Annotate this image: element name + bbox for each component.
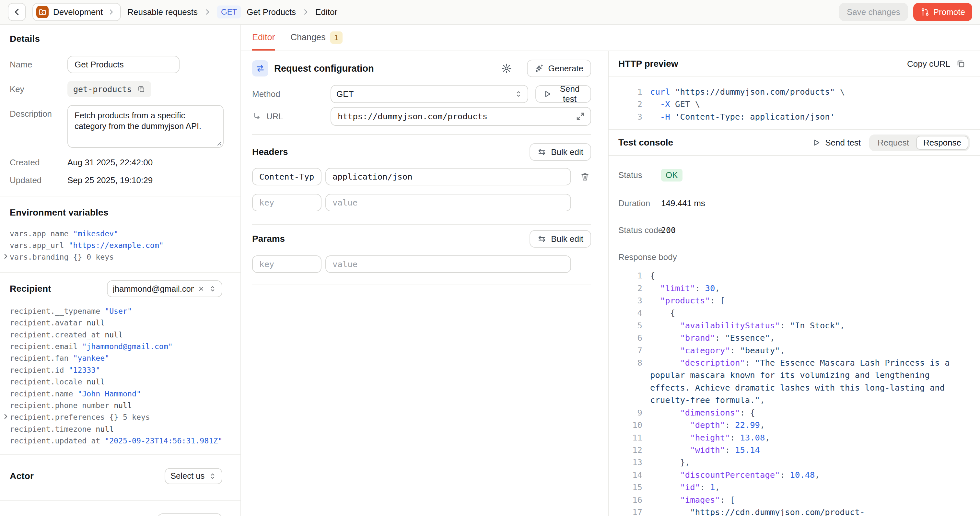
toggle-request[interactable]: Request [870,136,916,150]
property-key: vars.app_name [10,229,68,238]
code-line: 10 "depth": 22.99, [618,419,966,431]
property-value: "mikesdev" [73,229,118,238]
line-number: 5 [618,319,642,331]
generate-button[interactable]: Generate [527,60,591,77]
bulk-edit-label: Bulk edit [551,234,583,244]
environment-switcher[interactable]: Development [32,3,121,21]
send-test-button[interactable]: Send test [535,85,591,103]
code-line: 13 }, [618,456,966,468]
code-text: "brand": "Essence", [650,331,966,344]
details-title: Details [10,34,222,44]
param-value-input[interactable] [325,255,571,273]
url-label: URL [266,111,283,121]
code-text: "products": [ [650,294,966,307]
promote-button[interactable]: Promote [913,3,972,21]
breadcrumb-request-name[interactable]: Get Products [247,7,296,17]
tab-editor[interactable]: Editor [252,25,275,51]
save-changes-button[interactable]: Save changes [839,3,908,21]
code-text: "limit": 30, [650,282,966,294]
line-number: 14 [618,469,642,481]
copy-curl-label: Copy cURL [907,59,950,69]
method-label: Method [252,89,331,99]
code-text: "depth": 22.99, [650,419,966,431]
code-line: 16 "images": [ [618,494,966,506]
console-send-test-button[interactable]: Send test [812,138,861,148]
expand-icon[interactable] [576,111,585,121]
copy-icon[interactable] [137,85,145,93]
toggle-response[interactable]: Response [916,136,968,150]
resize-handle-icon[interactable] [215,139,222,146]
params-bulk-edit-button[interactable]: Bulk edit [530,230,591,248]
curl-preview: 1curl "https://dummyjson.com/products" \… [609,77,980,130]
method-badge: GET [217,5,241,19]
header-key-input[interactable] [252,194,321,211]
code-line: 3 -H 'Content-Type: application/json' [618,110,966,123]
headers-bulk-edit-button[interactable]: Bulk edit [530,143,591,161]
header-key-input[interactable] [252,168,321,185]
details-section: Details Name Key get-products Descriptio… [0,25,240,196]
url-input[interactable] [331,107,591,126]
environment-folder-icon [36,6,49,18]
environment-variables-section: Environment variables vars.app_name"mike… [0,196,240,272]
bulk-edit-icon [537,234,546,244]
code-text: "category": "beauty", [650,344,966,357]
line-number: 6 [618,331,642,344]
settings-gear-icon[interactable] [501,63,512,74]
description-textarea[interactable]: Fetch products from a specific category … [67,105,224,148]
recipient-selected-value: jhammond@gmail.com [113,284,194,294]
code-line: 4 { [618,307,966,319]
property-value: null [114,401,132,410]
copy-curl-button[interactable]: Copy cURL [907,59,966,69]
property-value: "12333" [69,366,100,374]
property-value: "John Hammond" [78,389,141,398]
header-value-input[interactable] [325,168,571,185]
trash-icon[interactable] [580,172,590,182]
property-key: vars.branding [10,253,68,261]
header-value-input[interactable] [325,194,571,211]
property-value: null [86,318,105,327]
breadcrumb-reusable-requests[interactable]: Reusable requests [127,7,198,17]
chevron-up-down-icon [515,90,522,98]
code-text: "dimensions": { [650,406,966,419]
expand-chevron-icon[interactable] [3,253,9,260]
property-value: "https://example.com" [69,241,164,250]
promote-label: Promote [933,7,965,17]
headers-section: Headers Bulk edit [252,135,591,225]
param-row-empty [252,255,591,273]
tab-editor-label: Editor [252,32,275,43]
name-input[interactable] [67,56,180,73]
recipient-select[interactable]: jhammond@gmail.com [107,280,222,297]
recipient-properties-list: recipient.__typename"User"recipient.avat… [10,305,222,447]
recipient-property-row: recipient.avatarnull [10,317,222,329]
method-select[interactable]: GET [331,85,528,103]
expand-chevron-icon[interactable] [3,413,9,420]
tenant-select[interactable]: Select tenant [158,513,222,516]
code-text: { [650,269,966,282]
back-button[interactable] [8,3,26,21]
code-text: "discountPercentage": 10.48, [650,469,966,481]
duration-label: Duration [618,198,661,209]
property-key: recipient.__typename [10,307,100,315]
property-key: recipient.preferences [10,412,105,421]
key-value: get-products [73,84,132,94]
param-key-input[interactable] [252,255,321,273]
code-line: 1curl "https://dummyjson.com/products" \ [618,86,966,98]
code-line: 14 "discountPercentage": 10.48, [618,469,966,481]
clear-icon[interactable] [198,285,205,292]
key-label: Key [10,84,67,94]
tab-changes[interactable]: Changes 1 [291,25,342,51]
code-text: }, [650,456,966,468]
line-number: 9 [618,406,642,419]
sparkle-icon [535,64,544,73]
params-section: Params Bulk edit [252,225,591,285]
property-value: "User" [105,307,132,315]
code-text: "availabilityStatus": "In Stock", [650,319,966,331]
main-area: Editor Changes 1 Request configuration [241,25,980,516]
environment-variables-list: vars.app_name"mikesdev"vars.app_url"http… [10,228,222,263]
code-line: 1{ [618,269,966,282]
line-number: 10 [618,419,642,431]
property-key: recipient.name [10,389,73,398]
environment-name: Development [53,7,103,17]
bulk-edit-icon [537,148,546,156]
actor-select[interactable]: Select user [165,468,222,484]
